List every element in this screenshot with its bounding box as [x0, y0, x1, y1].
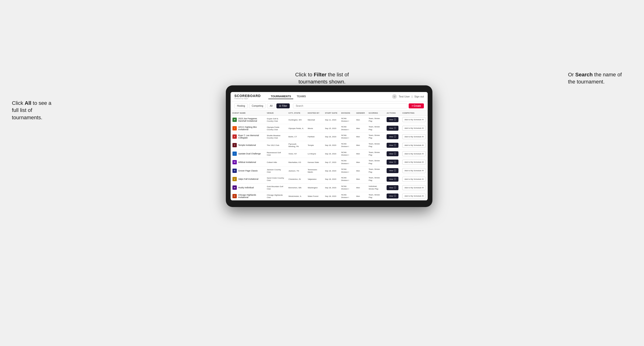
create-btn[interactable]: + Create: [409, 103, 424, 108]
hosted-by-cell: Kansas State: [306, 158, 323, 167]
competing-filter-btn[interactable]: Competing: [249, 103, 266, 108]
view-button[interactable]: View ⓘ: [386, 126, 398, 131]
event-name: Grover Page Classic: [238, 170, 258, 172]
view-button[interactable]: View ⓘ: [386, 134, 398, 139]
search-input[interactable]: [293, 103, 407, 108]
team-logo: G: [232, 169, 237, 173]
hosted-by-cell: Wake Forest: [306, 192, 323, 200]
start-date-cell: Sep 16, 2023: [323, 149, 339, 158]
add-to-schedule-btn[interactable]: Add to My Schedule +: [402, 193, 426, 198]
view-icon: ⓘ: [394, 186, 396, 189]
event-name-cell: V Valpo Fall Invitational: [230, 175, 265, 183]
event-name-cell: T Temple Invitational: [230, 141, 265, 149]
view-button[interactable]: View ⓘ: [386, 168, 398, 173]
plus-icon: +: [422, 144, 424, 147]
competing-cell: Add to My Schedule +: [400, 116, 428, 124]
city-state-cell: Manhattan, KS: [286, 158, 306, 167]
start-date-cell: Sep 16, 2023: [323, 141, 339, 149]
hosted-by-text: Tennessee-Martin: [308, 169, 318, 173]
sign-out-link[interactable]: Sign out: [414, 95, 424, 98]
venue-text: Colbert Hills: [267, 161, 277, 164]
actions-cell: View ⓘ: [385, 116, 400, 124]
actions-cell: View ⓘ: [385, 175, 400, 183]
division-text: NCAA Division I: [341, 194, 349, 198]
city-state-text: Plymouth Meeting, PA: [288, 143, 299, 148]
venue-cell: Chicago Highlands Club: [265, 192, 286, 200]
view-button[interactable]: View ⓘ: [386, 151, 398, 156]
plus-icon: +: [422, 195, 424, 197]
venue-text: Jackson Country Club: [267, 169, 281, 173]
table-container: EVENT NAME VENUE CITY, STATE HOSTED BY S…: [230, 111, 428, 201]
gender-cell: Men: [354, 183, 367, 192]
event-name: Ryan T. Lee Memorial Collegiate: [238, 134, 263, 139]
logo-area: SCOREBOARD Powered by clippd: [234, 94, 261, 99]
scoring-text: Team, Stroke Play: [368, 168, 380, 173]
table-row: W Wildcat Invitational Colbert HillsManh…: [230, 158, 428, 167]
gender-cell: Men: [354, 167, 367, 175]
division-text: NCAA Division I: [341, 126, 349, 130]
actions-cell: View ⓘ: [385, 192, 400, 200]
user-avatar: U: [392, 94, 397, 99]
all-filter-btn[interactable]: All: [267, 103, 275, 108]
tab-tournaments[interactable]: TOURNAMENTS: [268, 94, 293, 99]
header-right: U Test User | Sign out: [392, 94, 424, 99]
plus-icon: +: [422, 153, 424, 155]
start-date-cell: Sep 18, 2023: [323, 183, 339, 192]
scoring-cell: Team, Stroke Play: [367, 141, 385, 149]
event-name-cell: F Ryan T. Lee Memorial Collegiate: [230, 133, 265, 141]
view-icon: ⓘ: [394, 118, 396, 121]
division-cell: NCAA Division I: [339, 158, 354, 167]
plus-icon: +: [422, 186, 424, 189]
table-row: W Husky Individual Gold Mountain Golf Cl…: [230, 183, 428, 192]
division-text: NCAA Division I: [341, 117, 349, 122]
col-city-state: CITY, STATE: [286, 111, 306, 116]
view-button[interactable]: View ⓘ: [386, 143, 398, 148]
view-icon: ⓘ: [394, 194, 396, 197]
add-to-schedule-btn[interactable]: Add to My Schedule +: [402, 160, 426, 165]
division-cell: NCAA Division I: [339, 167, 354, 175]
col-venue: VENUE: [265, 111, 286, 116]
tab-teams[interactable]: TEAMS: [294, 94, 308, 99]
add-to-schedule-btn[interactable]: Add to My Schedule +: [402, 168, 426, 173]
add-to-schedule-btn[interactable]: Add to My Schedule +: [402, 143, 426, 148]
view-button[interactable]: View ⓘ: [386, 177, 398, 182]
actions-cell: View ⓘ: [385, 141, 400, 149]
team-logo: ~: [232, 152, 237, 156]
gender-text: Men: [356, 119, 360, 121]
add-to-schedule-btn[interactable]: Add to My Schedule +: [402, 177, 426, 182]
team-logo: C: [232, 194, 237, 198]
event-name-cell: M 2023 Joe Feaganes Marshall Invitationa…: [230, 116, 265, 124]
view-button[interactable]: View ⓘ: [386, 193, 398, 198]
filter-btn[interactable]: ☰ Filter: [276, 103, 290, 108]
scoring-text: Team, Stroke Play: [368, 151, 380, 156]
scoring-cell: Team, Stroke Play: [367, 124, 385, 133]
view-icon: ⓘ: [394, 144, 396, 147]
view-icon: ⓘ: [394, 161, 396, 164]
add-to-schedule-btn[interactable]: Add to My Schedule +: [402, 117, 426, 122]
add-to-schedule-btn[interactable]: Add to My Schedule +: [402, 126, 426, 131]
hosted-by-text: Washington: [308, 187, 318, 189]
hosted-by-cell: Le Moyne: [306, 149, 323, 158]
gender-cell: Men: [354, 175, 367, 183]
view-button[interactable]: View ⓘ: [386, 160, 398, 165]
hosting-filter-btn[interactable]: Hosting: [234, 103, 248, 108]
add-to-schedule-btn[interactable]: Add to My Schedule +: [402, 185, 426, 190]
event-name-cell: W Wildcat Invitational: [230, 158, 265, 167]
hosted-by-text: Valparaiso: [308, 178, 316, 180]
hosted-by-cell: Illinois: [306, 124, 323, 133]
team-logo: V: [232, 177, 237, 181]
add-to-schedule-btn[interactable]: Add to My Schedule +: [402, 151, 426, 156]
view-button[interactable]: View ⓘ: [386, 117, 398, 122]
gender-cell: Men: [354, 133, 367, 141]
add-to-schedule-btn[interactable]: Add to My Schedule +: [402, 134, 426, 139]
event-name: Valpo Fall Invitational: [238, 178, 258, 180]
plus-icon: +: [422, 118, 424, 121]
city-state-cell: Westchester, IL: [286, 192, 306, 200]
city-state-text: Huntington, WV: [288, 119, 302, 121]
view-button[interactable]: View ⓘ: [386, 185, 398, 190]
table-row: V Valpo Fall Invitational Sand Creek Cou…: [230, 175, 428, 183]
venue-cell: Olympia Fields Country Club: [265, 124, 286, 133]
hosted-by-text: Fairfield: [308, 136, 314, 138]
venue-cell: Colbert Hills: [265, 158, 286, 167]
hosted-by-text: Le Moyne: [308, 153, 316, 155]
